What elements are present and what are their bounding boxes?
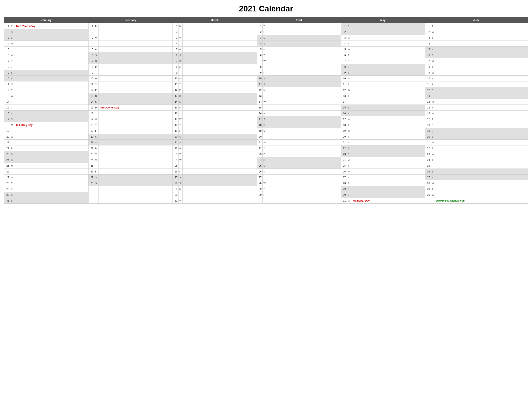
calendar-row: 13W13S13S13T13T13S — [4, 93, 528, 99]
day-letter: S — [431, 87, 435, 93]
day-number: 27 — [88, 174, 94, 180]
day-number: 6 — [341, 52, 347, 58]
day-letter: S — [10, 198, 14, 204]
day-event — [98, 174, 172, 180]
day-number: 14 — [88, 99, 94, 105]
day-letter: S — [347, 151, 351, 157]
day-letter: S — [10, 35, 14, 41]
day-number: 10 — [425, 76, 431, 81]
day-event — [351, 157, 425, 163]
day-number: 7 — [341, 58, 347, 64]
day-letter: F — [347, 180, 351, 186]
day-number: 19 — [4, 128, 10, 134]
day-number: 20 — [341, 134, 347, 140]
day-event — [14, 47, 88, 52]
day-event — [98, 29, 172, 35]
day-event — [351, 23, 425, 29]
day-number: 30 — [257, 192, 262, 198]
day-number: 23 — [341, 151, 347, 157]
day-event — [14, 180, 88, 186]
day-letter: W — [431, 29, 435, 35]
day-letter: S — [347, 186, 351, 192]
day-event — [267, 174, 341, 180]
day-letter: M — [347, 157, 351, 163]
day-number: 17 — [172, 116, 178, 122]
day-event — [351, 122, 425, 128]
day-event — [351, 151, 425, 157]
day-event — [98, 41, 172, 47]
day-number: 23 — [172, 151, 178, 157]
calendar-row: 31S31W31MMemorial Daywww.blank-calendar.… — [4, 198, 528, 204]
day-event — [182, 58, 257, 64]
day-event — [435, 134, 528, 140]
day-number: 30 — [4, 192, 10, 198]
day-number: 24 — [341, 157, 347, 163]
day-event — [435, 122, 528, 128]
day-event — [267, 192, 341, 198]
day-letter: T — [262, 174, 267, 180]
day-letter: S — [262, 35, 267, 41]
day-event — [267, 111, 341, 116]
day-number: 12 — [4, 87, 10, 93]
day-event — [14, 140, 88, 145]
day-letter: T — [10, 128, 14, 134]
day-letter: T — [94, 163, 98, 169]
day-event — [351, 134, 425, 140]
day-event: Presidents Day — [98, 105, 172, 111]
day-letter: M — [178, 186, 182, 192]
day-number: 2 — [425, 29, 431, 35]
calendar-row: 5T5F5F5M5W5S — [4, 47, 528, 52]
day-number: 3 — [172, 35, 178, 41]
day-number: 26 — [172, 169, 178, 174]
day-letter: T — [10, 87, 14, 93]
day-number: 10 — [257, 76, 262, 81]
day-letter: T — [178, 29, 182, 35]
day-number: 23 — [425, 151, 431, 157]
day-number: 28 — [88, 180, 94, 186]
day-letter: F — [431, 81, 435, 87]
day-event — [351, 81, 425, 87]
day-event — [98, 23, 172, 29]
day-event — [351, 105, 425, 111]
day-letter: S — [431, 52, 435, 58]
day-letter: S — [178, 180, 182, 186]
day-number: 28 — [172, 180, 178, 186]
day-letter: M — [347, 198, 351, 204]
day-event — [267, 145, 341, 151]
day-number: 11 — [88, 81, 94, 87]
day-number: 4 — [341, 41, 347, 47]
calendar-row: 21T21S21S21W21F21M — [4, 140, 528, 145]
day-letter: S — [10, 157, 14, 163]
day-letter: S — [347, 105, 351, 111]
calendar-row: 3S3W3W3S3M3T — [4, 35, 528, 41]
day-letter: T — [178, 192, 182, 198]
april-header: April — [257, 17, 341, 23]
day-number: 14 — [172, 99, 178, 105]
day-number: 22 — [4, 145, 10, 151]
day-letter: T — [10, 169, 14, 174]
day-event — [98, 116, 172, 122]
day-number: 21 — [257, 140, 262, 145]
day-number: 8 — [4, 64, 10, 70]
day-letter: T — [347, 93, 351, 99]
day-letter: S — [10, 70, 14, 76]
day-event — [182, 198, 257, 204]
day-number: 28 — [341, 180, 347, 186]
day-letter: S — [262, 81, 267, 87]
day-event — [267, 87, 341, 93]
day-letter: T — [262, 105, 267, 111]
day-number: 16 — [257, 111, 262, 116]
day-number: 16 — [341, 111, 347, 116]
day-number: 23 — [4, 151, 10, 157]
calendar-row: 12T12F12F12M12W12S — [4, 87, 528, 93]
day-letter: F — [431, 163, 435, 169]
day-letter: S — [262, 122, 267, 128]
day-number: 20 — [425, 134, 431, 140]
day-number: 4 — [425, 41, 431, 47]
day-number: 19 — [341, 128, 347, 134]
day-event — [351, 35, 425, 41]
day-letter: T — [431, 64, 435, 70]
day-event — [267, 81, 341, 87]
day-number: 8 — [425, 64, 431, 70]
day-number: 24 — [257, 157, 262, 163]
